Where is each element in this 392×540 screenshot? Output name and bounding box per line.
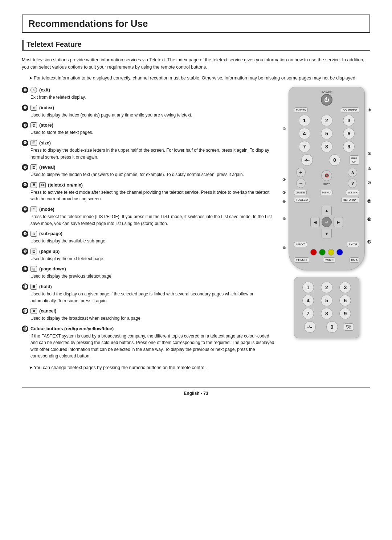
item-2-label: (index) xyxy=(39,105,54,110)
s-num-6-button[interactable]: 6 xyxy=(339,295,351,306)
ch-up-button[interactable]: ∧ xyxy=(348,168,357,177)
yellow-button[interactable] xyxy=(328,249,334,255)
num-0-button[interactable]: 0 xyxy=(329,154,340,166)
intro-text: Most television stations provide written… xyxy=(22,56,370,71)
nav-right-button[interactable]: ▶ xyxy=(334,217,343,227)
item-2: ❷ ≡ (index) Used to display the index (c… xyxy=(22,105,276,119)
teletext-icon1: ≣ xyxy=(30,182,37,188)
item-4-desc: Press to display the double-size letters… xyxy=(30,147,276,160)
mute-button[interactable]: 🔇 xyxy=(321,170,332,181)
s-num-8-button[interactable]: 8 xyxy=(321,308,332,319)
item-7-desc: Press to select the teletext mode (LIST/… xyxy=(30,213,276,227)
nav-left-button[interactable]: ◀ xyxy=(310,217,320,227)
item-3-desc: Used to store the teletext pages. xyxy=(30,129,276,136)
item-13-desc: If the FASTEXT system is used by a broad… xyxy=(30,333,276,360)
guide-button[interactable]: GUIDE xyxy=(294,190,307,195)
psize-button[interactable]: P.SIZE xyxy=(323,257,335,263)
return-button[interactable]: RETURN↩ xyxy=(341,197,359,202)
dash-button[interactable]: -/-- xyxy=(301,154,313,166)
item-9: ❾ ⊡ (page up) Used to display the next t… xyxy=(22,248,276,262)
blue-button[interactable] xyxy=(336,249,343,255)
item-13: ⓭ Colour buttons (red/green/yellow/blue)… xyxy=(22,326,276,360)
num-8-button[interactable]: 8 xyxy=(321,141,332,152)
item-12-desc: Used to display the broadcast when searc… xyxy=(30,315,276,322)
item-13-label: Colour buttons (red/green/yellow/blue) xyxy=(30,326,114,331)
callout-10: ⑩ xyxy=(368,181,371,185)
item-6-num: ❻ xyxy=(22,182,28,188)
vol-up-button[interactable]: + xyxy=(296,168,306,177)
power-label: POWER xyxy=(322,91,332,94)
callout-13: ⑬ xyxy=(367,240,371,245)
item-1-label: (exit) xyxy=(39,87,50,93)
s-num-0-button[interactable]: 0 xyxy=(326,321,338,333)
ch-down-button[interactable]: ∨ xyxy=(348,179,357,188)
zero-row: -/-- 0 PRECH xyxy=(294,154,359,166)
info-button[interactable]: INFO⑦ xyxy=(294,242,307,247)
item-12-label: (cancel) xyxy=(39,308,56,314)
s-dash-button[interactable]: -/-- xyxy=(304,321,316,333)
s-num-7-button[interactable]: 7 xyxy=(302,308,314,319)
vol-col: + − xyxy=(296,168,306,188)
page-title: Recommendations for Use xyxy=(22,15,370,33)
s-num-4-button[interactable]: 4 xyxy=(302,295,314,306)
s-num-1-button[interactable]: 1 xyxy=(302,282,314,293)
item-9-header: ❾ ⊡ (page up) xyxy=(22,248,276,255)
source-button[interactable]: SOURCE⊕ xyxy=(341,107,359,113)
s-num-5-button[interactable]: 5 xyxy=(321,295,332,306)
remote-full: ⑦ ⑧ ⑨ ⑩ ⑪ ⑫ ⑬ ① ② ③ ④ ⑤ ⑥ POWER ⏻ xyxy=(289,87,365,270)
item-9-num: ❾ xyxy=(22,248,28,255)
menu-button[interactable]: MENU xyxy=(320,190,332,195)
index-icon: ≡ xyxy=(30,105,37,111)
item-4-label: (size) xyxy=(39,140,51,146)
vol-down-button[interactable]: − xyxy=(296,179,306,188)
num-7-button[interactable]: 7 xyxy=(299,141,310,152)
ttx-mix-button[interactable]: TTX/MIX xyxy=(294,257,309,263)
item-5-header: ❺ ⊡ (reveal) xyxy=(22,164,276,171)
item-5-label: (reveal) xyxy=(39,165,55,170)
item-11-header: ⓫ ⊞ (hold) xyxy=(22,283,276,290)
remotes-column: ⑦ ⑧ ⑨ ⑩ ⑪ ⑫ ⑬ ① ② ③ ④ ⑤ ⑥ POWER ⏻ xyxy=(283,87,370,376)
num-9-button[interactable]: 9 xyxy=(343,141,355,152)
cancel-icon: ✕ xyxy=(30,308,37,314)
pre-ch-button[interactable]: PRECH xyxy=(349,155,359,165)
red-button[interactable] xyxy=(310,249,317,255)
section-title: Teletext Feature xyxy=(22,40,370,51)
item-12-num: ⓬ xyxy=(22,308,28,314)
item-2-desc: Used to display the index (contents) pag… xyxy=(30,112,276,119)
power-button[interactable]: ⏻ xyxy=(321,94,332,106)
item-6-label: (teletext on/mix) xyxy=(48,183,83,188)
item-6: ❻ ≣ ⊘ (teletext on/mix) Press to activat… xyxy=(22,182,276,202)
wlink-button[interactable]: W.LINK xyxy=(346,190,359,195)
dma-button[interactable]: DMA xyxy=(349,257,359,263)
nav-down-button[interactable]: ▼ xyxy=(322,229,332,238)
item-10-header: ❿ ⊟ (page down) xyxy=(22,266,276,272)
num-5-button[interactable]: 5 xyxy=(321,128,332,139)
reveal-icon: ⊡ xyxy=(30,164,37,170)
callout-9: ⑨ xyxy=(368,167,371,171)
s-num-2-button[interactable]: 2 xyxy=(321,282,332,293)
exit-button[interactable]: EXIT⊕ xyxy=(347,242,359,247)
color-buttons-row xyxy=(294,249,359,255)
s-num-9-button[interactable]: 9 xyxy=(339,308,351,319)
item-5-desc: Used to display the hidden text (answers… xyxy=(30,171,276,178)
teletext-icon2: ⊘ xyxy=(39,182,46,188)
tv-dtv-button[interactable]: TV/DTV xyxy=(294,107,308,113)
green-button[interactable] xyxy=(319,249,326,255)
item-8-num: ❽ xyxy=(22,230,28,237)
nav-up-button[interactable]: ▲ xyxy=(322,206,332,215)
item-8-label: (sub-page) xyxy=(39,231,62,236)
nav-enter-button[interactable]: ↵ xyxy=(322,217,332,227)
item-1-header: ❶ ○ (exit) xyxy=(22,87,276,93)
num-2-button[interactable]: 2 xyxy=(321,115,332,126)
s-pre-ch-button[interactable]: PRE-CH xyxy=(344,323,354,331)
item-1-desc: Exit from the teletext display. xyxy=(30,94,276,101)
item-1: ❶ ○ (exit) Exit from the teletext displa… xyxy=(22,87,276,101)
num-3-button[interactable]: 3 xyxy=(343,115,355,126)
items-column: ❶ ○ (exit) Exit from the teletext displa… xyxy=(22,87,276,376)
num-1-button[interactable]: 1 xyxy=(299,115,310,126)
tools-button[interactable]: TOOLS⊕ xyxy=(294,197,310,202)
s-num-3-button[interactable]: 3 xyxy=(339,282,351,293)
item-11-label: (hold) xyxy=(39,284,52,289)
num-6-button[interactable]: 6 xyxy=(343,128,355,139)
num-4-button[interactable]: 4 xyxy=(299,128,310,139)
